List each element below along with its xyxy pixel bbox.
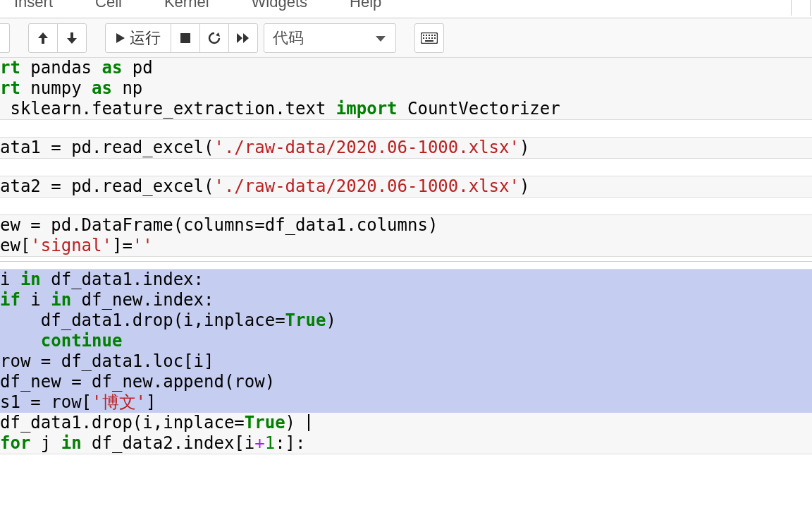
keyboard-icon <box>421 32 438 44</box>
menu-cell[interactable]: Cell <box>95 0 122 11</box>
code-line[interactable]: df_data1.drop(i,inplace=True) <box>0 413 812 433</box>
code-cell-active[interactable]: i in df_data1.index:if i in df_new.index… <box>0 269 812 454</box>
svg-rect-7 <box>423 37 424 39</box>
code-line[interactable]: ew = pd.DataFrame(columns=df_data1.colum… <box>0 215 812 236</box>
cell-type-select[interactable]: 代码 <box>264 23 396 53</box>
interrupt-button[interactable] <box>171 23 200 53</box>
toolbar: 运行 代码 <box>0 18 812 58</box>
svg-rect-5 <box>431 35 433 36</box>
arrow-down-icon <box>66 31 78 45</box>
code-line[interactable]: df_data1.drop(i,inplace=True) <box>0 310 812 331</box>
notebook-cells: rt pandas as pdrt numpy as np sklearn.fe… <box>0 58 812 454</box>
code-cell[interactable]: ata1 = pd.read_excel('./raw-data/2020.06… <box>0 137 812 159</box>
stop-icon <box>180 32 191 44</box>
code-line[interactable]: row = df_data1.loc[i] <box>0 351 812 372</box>
code-line[interactable]: s1 = row['博文'] <box>0 392 812 413</box>
menubar: Insert Cell Kernel Widgets Help <box>0 0 812 18</box>
code-cell[interactable]: rt pandas as pdrt numpy as np sklearn.fe… <box>0 58 812 120</box>
menu-widgets[interactable]: Widgets <box>252 0 307 11</box>
menu-help[interactable]: Help <box>350 0 381 11</box>
svg-rect-4 <box>429 35 430 36</box>
move-up-button[interactable] <box>28 23 58 53</box>
code-line[interactable]: ata2 = pd.read_excel('./raw-data/2020.06… <box>0 176 812 197</box>
svg-rect-6 <box>434 35 436 36</box>
svg-rect-12 <box>425 40 433 42</box>
run-button[interactable]: 运行 <box>105 23 171 53</box>
code-line[interactable]: continue <box>0 331 812 351</box>
menu-kernel[interactable]: Kernel <box>164 0 209 11</box>
svg-rect-2 <box>423 35 424 36</box>
code-cell[interactable]: ew = pd.DataFrame(columns=df_data1.colum… <box>0 214 812 257</box>
restart-run-all-button[interactable] <box>228 23 258 53</box>
svg-rect-0 <box>180 33 190 43</box>
code-line[interactable]: df_new = df_new.append(row) <box>0 372 812 392</box>
save-button[interactable] <box>0 23 10 53</box>
svg-rect-9 <box>429 37 430 39</box>
run-button-label: 运行 <box>130 28 161 49</box>
fast-forward-icon <box>236 32 250 44</box>
code-line[interactable]: ata1 = pd.read_excel('./raw-data/2020.06… <box>0 138 812 158</box>
code-line[interactable]: if i in df_new.index: <box>0 290 812 310</box>
kernel-indicator <box>791 0 811 16</box>
code-line[interactable]: for j in df_data2.index[i+1:]: <box>0 433 812 454</box>
divider <box>0 261 812 262</box>
refresh-icon <box>207 31 221 45</box>
svg-rect-3 <box>426 35 427 36</box>
menu-insert[interactable]: Insert <box>14 0 53 11</box>
svg-rect-11 <box>434 37 436 39</box>
code-line[interactable]: rt numpy as np <box>0 78 812 99</box>
code-line[interactable]: rt pandas as pd <box>0 58 812 78</box>
code-line[interactable]: ew['signal']='' <box>0 236 812 256</box>
code-line[interactable]: i in df_data1.index: <box>0 270 812 290</box>
code-line[interactable]: sklearn.feature_extraction.text import C… <box>0 99 812 119</box>
move-down-button[interactable] <box>57 23 87 53</box>
restart-button[interactable] <box>199 23 229 53</box>
cell-type-value: 代码 <box>273 28 304 49</box>
play-icon <box>116 32 125 44</box>
text-cursor <box>308 414 309 431</box>
command-palette-button[interactable] <box>414 23 444 53</box>
arrow-up-icon <box>37 31 49 45</box>
code-cell[interactable]: ata2 = pd.read_excel('./raw-data/2020.06… <box>0 176 812 198</box>
svg-rect-10 <box>431 37 433 39</box>
svg-rect-8 <box>426 37 427 39</box>
